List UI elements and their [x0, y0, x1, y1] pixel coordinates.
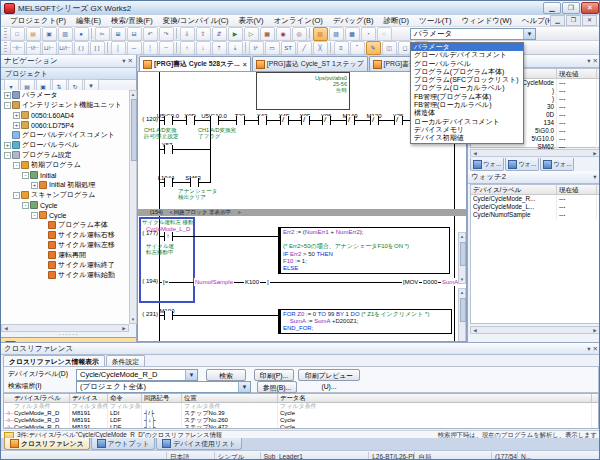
menu-item-9[interactable]: ウィンドウ(W)	[456, 16, 516, 26]
maximize-button[interactable]: ❐	[562, 2, 580, 14]
contact-M100[interactable]	[164, 311, 173, 320]
ladder-block-icon[interactable]: ◫	[382, 41, 397, 55]
scroll-up-icon[interactable]: ▲	[459, 233, 465, 240]
tree-item-15[interactable]: サイクル運転左移	[1, 240, 129, 250]
contact-U5\G10.0[interactable]	[210, 116, 219, 125]
crossref-row[interactable]: ⊣⊢CycleMode_R_DM8191LDF┤↓├ステップNo.260Cycl…	[4, 417, 598, 424]
scroll-right-icon[interactable]: ▶	[591, 327, 599, 334]
bottom-tab-0[interactable]: クロスリファレンス	[4, 438, 90, 450]
scroll-thumb[interactable]	[460, 298, 466, 322]
tab-close-icon[interactable]: ×	[243, 61, 247, 68]
dropdown-item-2[interactable]: グローバルラベル	[411, 60, 523, 68]
scroll-right-icon[interactable]: ▶	[591, 150, 599, 157]
dropdown-item-6[interactable]: FB管理(プログラム本体)	[411, 93, 523, 101]
redo-icon[interactable]: ↷	[159, 27, 174, 41]
bottom-tab-2[interactable]: デバイス使用リスト	[156, 438, 241, 450]
editor-vertical-scrollbar-0[interactable]: ▲▼	[458, 232, 466, 284]
tree-item-4[interactable]: グローバルデバイスコメント	[1, 130, 129, 140]
tree-item-18[interactable]: サイクル運転始動	[1, 270, 129, 280]
expand-icon[interactable]: +	[13, 112, 20, 119]
menu-item-8[interactable]: ツール(T)	[414, 16, 456, 26]
data-selector-combobox[interactable]: パラメータ ▼	[410, 28, 536, 40]
scroll-down-icon[interactable]: ▼	[459, 276, 465, 283]
scroll-thumb[interactable]	[460, 242, 466, 266]
browse-button[interactable]: 参照(B)...	[257, 381, 297, 393]
menu-item-3[interactable]: 変換/コンパイル(C)	[158, 16, 234, 26]
tree-item-6[interactable]: -プログラム設定	[1, 150, 129, 160]
watch1-horizontal-scrollbar[interactable]: ◀ ▶	[470, 149, 600, 157]
menu-item-4[interactable]: 表示(V)	[234, 16, 269, 26]
contact-X0D[interactable]	[186, 116, 195, 125]
mdi-minimize-button[interactable]: ▁	[550, 15, 565, 26]
search-button[interactable]: 検索	[206, 369, 246, 381]
title-bar[interactable]: MELSOFTシリーズ GX Works2 ▁ ❐ ✕	[1, 1, 600, 16]
pin-icon[interactable]: ▾	[593, 173, 596, 181]
save-project-icon[interactable]: ▣	[42, 27, 57, 41]
close-icon[interactable]: ✕	[593, 345, 598, 353]
contact-CycleMode_L_D[interactable]: ↑	[164, 232, 173, 241]
falling-pulse-icon[interactable]: ↓	[196, 41, 211, 55]
crossref-row[interactable]: ⊣⊢CycleMode_R_DM8191LDF┤↓├ステップNo.472Cycl…	[4, 424, 598, 429]
horizontal-line-icon[interactable]: ─	[127, 41, 142, 55]
invert-result-icon[interactable]: ⊬	[249, 41, 264, 55]
contact-SM63[interactable]	[190, 178, 199, 187]
contact-M120[interactable]: /	[370, 116, 379, 125]
tree-item-8[interactable]: -Initial	[1, 170, 129, 180]
collapse-icon[interactable]: -	[4, 152, 11, 159]
monitor-mode-icon[interactable]: ▶	[228, 27, 243, 41]
tree-item-0[interactable]: +パラメータ	[1, 90, 129, 100]
rising-pulse-icon[interactable]: ↑	[180, 41, 195, 55]
comment-display-icon[interactable]: ▨	[329, 27, 344, 41]
contact-Y25[interactable]: /	[394, 116, 403, 125]
watch2-horizontal-scrollbar[interactable]: ◀ ▶	[470, 326, 600, 334]
close-button[interactable]: ✕	[581, 2, 599, 14]
collapsed-circuit-block-bar[interactable]: (154) ＜回路ブロック 非表示中 ＞	[138, 209, 467, 216]
tree-item-10[interactable]: -スキャンプログラム	[1, 190, 129, 200]
print-button[interactable]: 印刷(P)...	[254, 369, 294, 381]
chevron-down-icon[interactable]: ▼	[238, 382, 250, 392]
note-edit-icon[interactable]: ✎	[366, 41, 381, 55]
dropdown-item-7[interactable]: FB管理(ローカルラベル)	[411, 101, 523, 109]
edit-line-icon[interactable]: ╱	[297, 41, 312, 55]
menu-item-5[interactable]: オンライン(O)	[269, 16, 328, 26]
contact-X0F[interactable]: /	[301, 116, 310, 125]
delete-horizontal-icon[interactable]: ┄	[159, 41, 174, 55]
coil-f7-icon[interactable]: ( )	[74, 41, 89, 55]
chevron-down-icon[interactable]: ▼	[185, 370, 197, 380]
menu-item-6[interactable]: デバッグ(B)	[328, 16, 379, 26]
application-instruction-f8-icon[interactable]: [ ]	[90, 41, 105, 55]
copy-icon[interactable]: ⊞	[111, 27, 126, 41]
statement-display-icon[interactable]: ▩	[345, 27, 360, 41]
menu-item-0[interactable]: プロジェクト(P)	[5, 16, 71, 26]
scroll-left-icon[interactable]: ◀	[471, 327, 479, 334]
watch-tab-1[interactable]: ウォ...	[470, 158, 504, 171]
crossref-row[interactable]: ⊣⊢CycleMode_R_DM8191LDI┤/├ステップNo.39Cycle	[4, 410, 598, 417]
scroll-left-icon[interactable]: ◀	[2, 325, 10, 332]
device-label-combobox[interactable]: Cycle/CycleMode_R_D ▼	[76, 369, 198, 381]
zoom-icon[interactable]: ◔	[361, 27, 376, 41]
watch-row[interactable]: Cycle/NumofSample---	[471, 211, 599, 219]
collapse-icon[interactable]: -	[4, 102, 11, 109]
dropdown-item-9[interactable]: ローカルデバイスコメント	[411, 118, 523, 126]
crossref-filter-row[interactable]: フィルタ条件フィルタ条件フィルタ条件フィルタ条件フィルタ条件	[4, 403, 598, 410]
verify-with-plc-icon[interactable]: ⇵	[212, 27, 227, 41]
new-project-icon[interactable]: □	[10, 27, 25, 41]
ladder-edit-mode-icon[interactable]: ▧	[313, 27, 328, 41]
dropdown-item-3[interactable]: プログラム(プログラム本体)	[411, 68, 523, 76]
print-preview-button[interactable]: 印刷プレビュー(U)...	[298, 369, 360, 381]
editor-vertical-scrollbar-1[interactable]: ▲▼	[458, 288, 466, 342]
find-icon[interactable]: ◌	[377, 27, 392, 41]
contact-L1044[interactable]	[164, 178, 173, 187]
inline-st-icon[interactable]: ST	[281, 41, 296, 55]
statement-edit-icon[interactable]: ＂	[350, 41, 365, 55]
dropdown-item-5[interactable]: プログラム(ローカルラベル)	[411, 84, 523, 92]
open-branch-icon[interactable]: ⊔⊢	[42, 41, 57, 55]
tree-horizontal-scrollbar[interactable]: ◀ ▶	[1, 324, 129, 332]
dropdown-item-0[interactable]: パラメータ	[411, 43, 523, 51]
contact-T23[interactable]	[236, 116, 245, 125]
watch-start-icon[interactable]: ◉	[276, 27, 291, 41]
watch-row[interactable]: Cycle/CycleMode_L...---	[471, 203, 599, 211]
rising-branch-icon[interactable]: ⇡	[212, 41, 227, 55]
delete-vertical-icon[interactable]: ┊	[143, 41, 158, 55]
expand-icon[interactable]: +	[31, 182, 38, 189]
